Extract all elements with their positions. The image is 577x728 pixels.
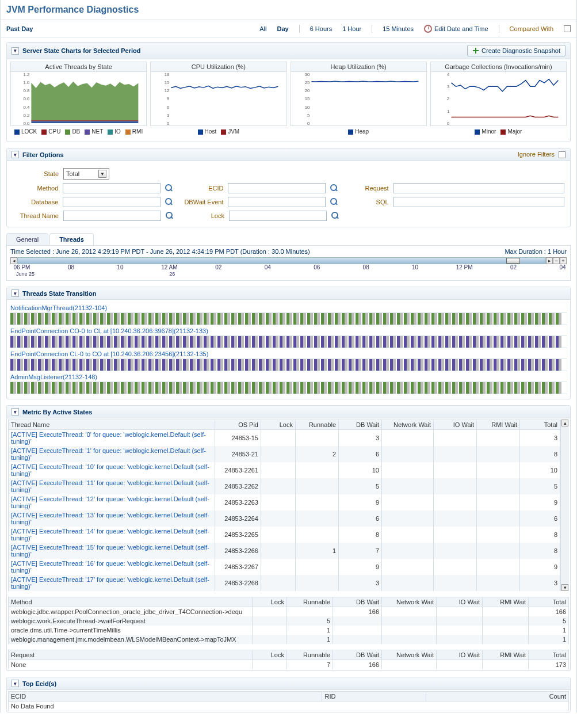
column-header[interactable]: RMI Wait (483, 597, 529, 607)
range-all[interactable]: All (259, 25, 266, 32)
column-header[interactable]: DB Wait (333, 650, 382, 660)
column-header[interactable]: IO Wait (437, 597, 483, 607)
filter-thread-name-input[interactable] (63, 211, 161, 221)
column-header[interactable]: Network Wait (382, 597, 437, 607)
search-icon[interactable] (330, 184, 338, 192)
create-snapshot-button[interactable]: Create Diagnostic Snapshot (467, 45, 565, 56)
row-link[interactable]: [ACTIVE] ExecuteThread: '11' for queue: … (9, 478, 215, 494)
thread-link[interactable]: NotificationMgrThread(21132-104) (10, 304, 567, 311)
column-header[interactable]: ECID (9, 692, 322, 702)
filter-request-input[interactable] (393, 183, 564, 193)
column-header[interactable]: Thread Name (9, 420, 215, 430)
row-link[interactable]: [ACTIVE] ExecuteThread: '17' for queue: … (9, 575, 215, 591)
filter-dbwait-event-input[interactable] (228, 197, 326, 207)
column-header[interactable]: RID (322, 692, 426, 702)
compared-with-checkbox[interactable] (564, 25, 571, 32)
column-header[interactable]: Total (520, 420, 560, 430)
thread-link[interactable]: EndPointConnection CO-0 to CL at [10.240… (10, 327, 567, 334)
cell: 5 (287, 616, 333, 626)
row-link[interactable]: [ACTIVE] ExecuteThread: '12' for queue: … (9, 494, 215, 510)
table-row: [ACTIVE] ExecuteThread: '14' for queue: … (9, 527, 560, 543)
timeline-zoom-out[interactable]: − (553, 257, 560, 264)
row-link[interactable]: [ACTIVE] ExecuteThread: '15' for queue: … (9, 543, 215, 559)
column-header[interactable]: Lock (253, 650, 287, 660)
collapse-toggle[interactable]: ▾ (12, 680, 19, 687)
row-link[interactable]: [ACTIVE] ExecuteThread: '14' for queue: … (9, 527, 215, 543)
filter-ecid-input[interactable] (228, 183, 326, 193)
cell: 3 (520, 430, 560, 447)
row-link[interactable]: [ACTIVE] ExecuteThread: '10' for queue: … (9, 462, 215, 478)
row-link[interactable]: [ACTIVE] ExecuteThread: '16' for queue: … (9, 559, 215, 575)
column-header[interactable]: Runnable (287, 650, 333, 660)
threads-state-panel: ▾ Threads State Transition NotificationM… (6, 287, 571, 399)
cell (477, 494, 520, 510)
tab-general[interactable]: General (6, 233, 48, 245)
column-header[interactable]: DB Wait (339, 420, 382, 430)
timeline-scroll-right[interactable]: ▸ (546, 257, 553, 264)
timeline-scrollbar[interactable] (17, 257, 546, 264)
row-link[interactable]: [ACTIVE] ExecuteThread: '0' for queue: '… (9, 430, 215, 447)
empty-message: No Data Found (9, 702, 569, 711)
column-header[interactable]: DB Wait (333, 597, 382, 607)
filter-method-input[interactable] (63, 183, 161, 193)
column-header[interactable]: Method (9, 597, 253, 607)
cell: 24853-2263 (215, 494, 261, 510)
range-6h[interactable]: 6 Hours (310, 25, 333, 32)
cell (296, 462, 339, 478)
collapse-toggle[interactable]: ▾ (12, 289, 19, 297)
metric-scrollbar[interactable]: ▴ ▾ (560, 420, 569, 591)
state-select[interactable]: Total▼ (63, 168, 109, 180)
search-icon[interactable] (330, 198, 338, 206)
cell: 3 (339, 430, 382, 447)
range-15m[interactable]: 15 Minutes (383, 25, 414, 32)
chart-title: Active Threads by State (10, 62, 147, 71)
scroll-down[interactable]: ▾ (561, 584, 568, 591)
column-header[interactable]: RMI Wait (483, 650, 529, 660)
column-header[interactable]: Count (426, 692, 569, 702)
search-icon[interactable] (165, 198, 173, 206)
search-icon[interactable] (166, 212, 174, 220)
scroll-up[interactable]: ▴ (561, 420, 568, 426)
row-link[interactable]: [ACTIVE] ExecuteThread: '13' for queue: … (9, 510, 215, 527)
column-header[interactable]: Total (529, 597, 569, 607)
cell: 24853-2264 (215, 510, 261, 527)
svg-text:30: 30 (304, 72, 309, 77)
table-row: [ACTIVE] ExecuteThread: '11' for queue: … (9, 478, 560, 494)
filter-sql-input[interactable] (393, 197, 564, 207)
column-header[interactable]: Network Wait (382, 420, 434, 430)
filter-database-input[interactable] (63, 197, 161, 207)
column-header[interactable]: Network Wait (382, 650, 437, 660)
tab-threads[interactable]: Threads (49, 233, 94, 245)
column-header[interactable]: Lock (261, 420, 296, 430)
timeline-scroll-left[interactable]: ◂ (10, 257, 17, 264)
column-header[interactable]: Lock (253, 597, 287, 607)
collapse-toggle[interactable]: ▾ (12, 151, 19, 158)
column-header[interactable]: Runnable (287, 597, 333, 607)
table-row: weblogic.work.ExecuteThread->waitForRequ… (9, 616, 569, 626)
column-header[interactable]: Total (529, 650, 569, 660)
chart-plot: 01234 (430, 71, 567, 126)
chart-plot: 051015202530 (291, 71, 427, 126)
range-day[interactable]: Day (277, 25, 288, 32)
ignore-filters-checkbox[interactable] (559, 151, 565, 158)
column-header[interactable]: IO Wait (434, 420, 477, 430)
edit-date-time[interactable]: Edit Date and Time (424, 25, 488, 33)
column-header[interactable]: OS Pid (215, 420, 261, 430)
timeline-zoom-in[interactable]: + (560, 257, 567, 264)
thread-link[interactable]: AdminMsgListener(21132-148) (10, 373, 567, 380)
collapse-toggle[interactable]: ▾ (12, 408, 19, 416)
search-icon[interactable] (331, 212, 339, 220)
column-header[interactable]: IO Wait (437, 650, 483, 660)
range-1h[interactable]: 1 Hour (342, 25, 361, 32)
svg-text:0: 0 (447, 121, 450, 125)
row-link[interactable]: [ACTIVE] ExecuteThread: '1' for queue: '… (9, 446, 215, 462)
column-header[interactable]: RMI Wait (477, 420, 520, 430)
search-icon[interactable] (165, 184, 173, 192)
thread-link[interactable]: EndPointConnection CL-0 to CO at [10.240… (10, 350, 567, 357)
collapse-toggle[interactable]: ▾ (12, 47, 19, 55)
column-header[interactable]: Runnable (296, 420, 339, 430)
cell (483, 616, 529, 626)
column-header[interactable]: Request (9, 650, 253, 660)
timeline-thumb[interactable] (506, 258, 520, 264)
filter-lock-input[interactable] (229, 211, 327, 221)
